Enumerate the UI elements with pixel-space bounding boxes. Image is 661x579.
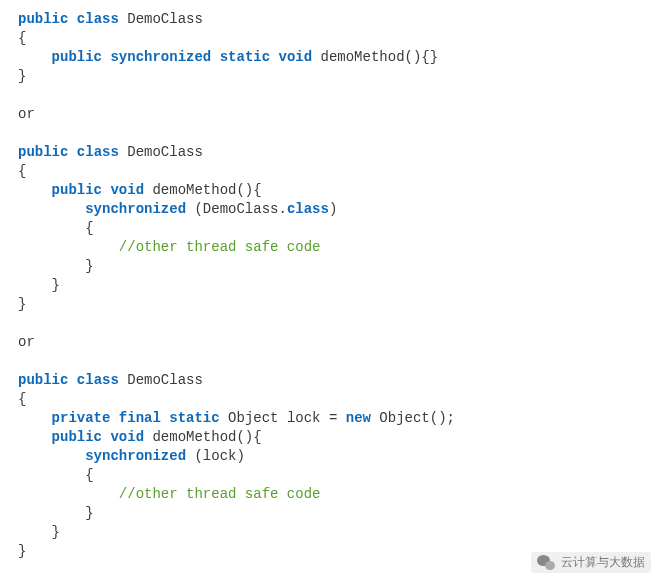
or-separator: or [18,334,35,350]
brace-open: { [85,220,93,236]
class-name: DemoClass [127,144,203,160]
code-block: public class DemoClass { public synchron… [0,0,661,561]
method-sig: (){ [236,429,261,445]
method-sig: (){ [236,182,261,198]
keyword-public: public [52,49,102,65]
keyword-class: class [77,372,119,388]
brace-close: } [52,524,60,540]
paren-open: ( [186,201,203,217]
dot: . [278,201,286,217]
or-separator: or [18,106,35,122]
paren-close: ) [236,448,244,464]
brace-close: } [18,296,26,312]
paren-close: ) [329,201,337,217]
keyword-void: void [110,182,144,198]
brace-close: } [52,277,60,293]
equals: = [321,410,346,426]
keyword-public: public [52,429,102,445]
keyword-public: public [18,372,68,388]
keyword-class: class [77,11,119,27]
brace-open: { [18,30,26,46]
keyword-void: void [279,49,313,65]
comment: //other thread safe code [119,239,321,255]
brace-close: } [85,258,93,274]
field-name: lock [287,410,321,426]
keyword-public: public [18,11,68,27]
keyword-synchronized: synchronized [110,49,211,65]
type-object: Object [228,410,278,426]
method-name: demoMethod [152,429,236,445]
method-name: demoMethod [152,182,236,198]
brace-open: { [18,163,26,179]
keyword-void: void [110,429,144,445]
brace-close: } [85,505,93,521]
keyword-static: static [220,49,270,65]
keyword-final: final [119,410,161,426]
class-name: DemoClass [127,372,203,388]
brace-open: { [85,467,93,483]
method-name: demoMethod [321,49,405,65]
class-name: DemoClass [127,11,203,27]
keyword-synchronized: synchronized [85,201,186,217]
comment: //other thread safe code [119,486,321,502]
method-body: (){} [405,49,439,65]
lock-target: lock [203,448,237,464]
keyword-static: static [169,410,219,426]
paren-open: ( [186,448,203,464]
keyword-synchronized: synchronized [85,448,186,464]
constructor-call: Object(); [371,410,455,426]
brace-open: { [18,391,26,407]
brace-close: } [18,68,26,84]
keyword-class: class [77,144,119,160]
keyword-private: private [52,410,111,426]
class-literal: class [287,201,329,217]
keyword-public: public [52,182,102,198]
keyword-public: public [18,144,68,160]
keyword-new: new [346,410,371,426]
lock-target: DemoClass [203,201,279,217]
brace-close: } [18,543,26,559]
